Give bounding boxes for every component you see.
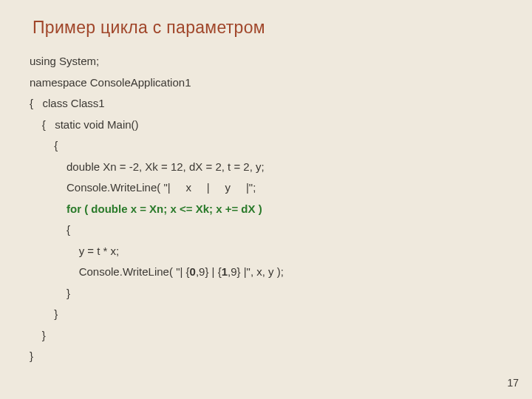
code-bold: 0 (190, 265, 196, 278)
code-block: using System; namespace ConsoleApplicati… (30, 51, 502, 367)
code-for-line: for ( double x = Xn; x <= Xk; x += dX ) (66, 202, 262, 215)
slide: Пример цикла с параметром using System; … (0, 0, 532, 399)
code-line: namespace ConsoleApplication1 (30, 76, 191, 89)
code-line: y = t * x; (30, 245, 119, 257)
code-line: Console.WriteLine( "| { (30, 265, 190, 278)
code-line: } (30, 349, 33, 362)
code-line: using System; (30, 55, 99, 67)
code-line: { class Class1 (30, 97, 105, 109)
code-line: { (30, 223, 70, 236)
code-line: Console.WriteLine( "| x | y |"; (30, 181, 256, 194)
slide-title: Пример цикла с параметром (33, 18, 502, 38)
code-line: { static void Main() (30, 118, 139, 131)
code-line: ,9} | { (196, 265, 222, 278)
code-line: ,9} |", x, y ); (228, 265, 284, 278)
code-line: { (30, 139, 58, 151)
code-line: double Xn = -2, Xk = 12, dX = 2, t = 2, … (30, 160, 265, 173)
code-line: } (30, 307, 58, 320)
page-number: 17 (507, 377, 519, 389)
code-line: } (30, 287, 70, 299)
code-indent (30, 202, 66, 215)
code-line: } (30, 329, 46, 341)
code-bold: 1 (222, 265, 228, 278)
